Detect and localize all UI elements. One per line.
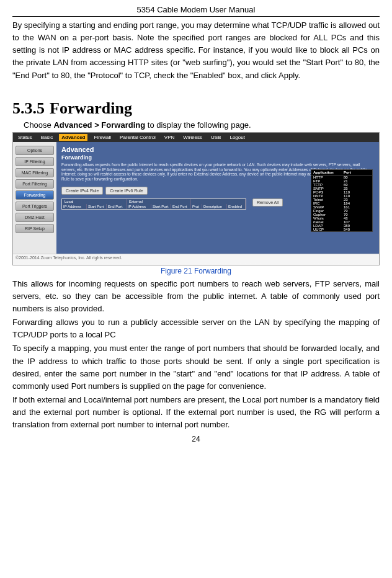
col-endport-local: End Port (107, 204, 127, 209)
choose-prefix: Choose (24, 120, 53, 130)
body-para-2: Forwarding allows you to run a publicly … (12, 316, 380, 341)
choose-suffix: to display the following page. (145, 120, 251, 130)
section-title: Forwarding (50, 99, 132, 117)
intro-paragraph: By specifying a starting and ending port… (12, 19, 380, 82)
top-nav: Status Basic Advanced Firewall Parental … (13, 133, 379, 142)
col-ip-ext: IP Address (127, 204, 151, 209)
remove-all-button[interactable]: Remove All (252, 198, 283, 207)
pt-row: UUCP540 (311, 228, 372, 231)
col-prot: Prot (191, 204, 202, 209)
pane-heading-2: Forwarding (61, 154, 374, 161)
grid-section-local: Local (62, 199, 127, 204)
choose-instruction: Choose Advanced > Forwarding to display … (24, 120, 380, 130)
figure-caption: Figure 21 Forwarding (12, 267, 380, 275)
topnav-item-status[interactable]: Status (16, 134, 35, 141)
leftnav-options[interactable]: Options (16, 146, 54, 155)
col-description: Description (202, 204, 227, 209)
page-header-title: 5354 Cable Modem User Manual (12, 5, 380, 17)
create-ipv4-rule-button[interactable]: Create IPv4 Rule (61, 187, 103, 195)
col-endport-ext: End Port (171, 204, 191, 209)
create-ipv6-rule-button[interactable]: Create IPv6 Rule (105, 187, 147, 195)
grid-section-external: External (127, 199, 191, 204)
topnav-item-firewall[interactable]: Firewall (91, 134, 114, 141)
leftnav-mac-filtering[interactable]: MAC Filtering (16, 168, 54, 177)
topnav-item-basic[interactable]: Basic (38, 134, 56, 141)
body-para-4: If both external and Local/internal port… (12, 394, 380, 431)
section-number: 5.3.5 (12, 99, 45, 117)
leftnav-rip-setup[interactable]: RIP Setup (16, 224, 54, 233)
forwarding-rule-grid: Local External IP Address Start Port End… (61, 198, 246, 210)
leftnav-ip-filtering[interactable]: IP Filtering (16, 157, 54, 166)
pt-head-port: Port (342, 170, 372, 175)
left-nav: Options IP Filtering MAC Filtering Port … (13, 142, 56, 254)
col-startport-ext: Start Port (151, 204, 171, 209)
pt-head-app: Application (311, 170, 342, 175)
topnav-item-logout[interactable]: Logout (227, 134, 247, 141)
topnav-item-usb[interactable]: USB (208, 134, 223, 141)
pane-heading-1: Advanced (61, 146, 374, 153)
col-startport-local: Start Port (87, 204, 107, 209)
col-ip-local: IP Address (62, 204, 87, 209)
section-heading: 5.3.5Forwarding (12, 99, 380, 118)
topnav-item-vpn[interactable]: VPN (162, 134, 177, 141)
col-enabled: Enabled (227, 204, 246, 209)
topnav-item-parental[interactable]: Parental Control (117, 134, 158, 141)
topnav-item-wireless[interactable]: Wireless (180, 134, 205, 141)
leftnav-dmz-host[interactable]: DMZ Host (16, 213, 54, 222)
leftnav-forwarding[interactable]: Forwarding (16, 190, 54, 200)
content-pane: Advanced Forwarding Forwarding allows re… (56, 142, 379, 254)
page-number: 24 (12, 435, 380, 443)
common-ports-table: Application Port HTTP80 FTP21 TFTP69 SMT… (311, 169, 373, 232)
topnav-item-advanced[interactable]: Advanced (59, 134, 87, 141)
copyright-text: ©2001-2014 Zoom Telephonics, Inc. All ri… (13, 254, 379, 261)
body-para-1: This allows for incoming requests on spe… (12, 278, 380, 315)
leftnav-port-triggers[interactable]: Port Triggers (16, 202, 54, 211)
leftnav-port-filtering[interactable]: Port Filtering (16, 179, 54, 189)
choose-path: Advanced > Forwarding (53, 120, 145, 130)
body-para-3: To specify a mapping, you must enter the… (12, 342, 380, 393)
router-screenshot: Status Basic Advanced Firewall Parental … (12, 132, 380, 265)
